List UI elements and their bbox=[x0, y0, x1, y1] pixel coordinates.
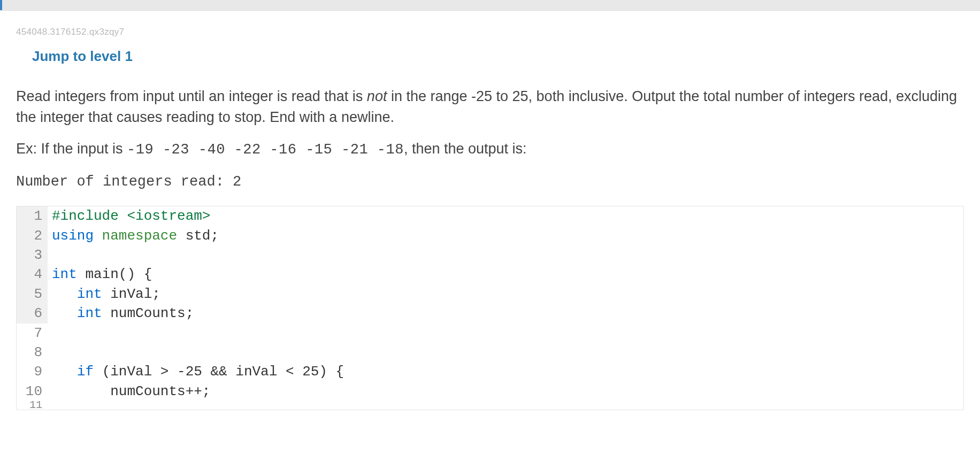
line-number: 4 bbox=[17, 265, 48, 284]
code-text[interactable]: int main() { bbox=[48, 265, 152, 284]
example-line: Ex: If the input is -19 -23 -40 -22 -16 … bbox=[16, 141, 964, 158]
code-line: 1 #include <iostream> bbox=[17, 206, 963, 226]
prompt-emphasis-not: not bbox=[367, 88, 387, 104]
top-bar bbox=[0, 0, 980, 11]
code-line: 3 bbox=[17, 245, 963, 265]
line-number: 3 bbox=[17, 245, 48, 265]
line-number: 1 bbox=[17, 206, 48, 226]
question-id: 454048.3176152.qx3zqy7 bbox=[16, 27, 964, 37]
problem-prompt: Read integers from input until an intege… bbox=[16, 86, 964, 128]
line-number: 10 bbox=[17, 382, 48, 401]
line-number: 7 bbox=[17, 324, 48, 343]
code-line: 7 bbox=[17, 324, 963, 343]
code-line: 11 bbox=[17, 401, 963, 410]
code-editor[interactable]: 1 #include <iostream> 2 using namespace … bbox=[16, 206, 964, 410]
expected-output: Number of integers read: 2 bbox=[16, 174, 964, 190]
example-suffix: , then the output is: bbox=[404, 141, 527, 157]
code-line: 9 if (inVal > -25 && inVal < 25) { bbox=[17, 362, 963, 381]
code-line: 5 int inVal; bbox=[17, 284, 963, 304]
example-input-values: -19 -23 -40 -22 -16 -15 -21 -18 bbox=[127, 142, 404, 158]
code-text[interactable]: using namespace std; bbox=[48, 226, 219, 245]
line-number: 5 bbox=[17, 284, 48, 304]
code-text[interactable]: int inVal; bbox=[48, 284, 160, 304]
example-prefix: Ex: If the input is bbox=[16, 141, 127, 157]
code-line: 10 numCounts++; bbox=[17, 382, 963, 401]
line-number: 6 bbox=[17, 304, 48, 323]
line-number: 11 bbox=[17, 401, 48, 410]
code-line: 2 using namespace std; bbox=[17, 226, 963, 245]
jump-to-level-link[interactable]: Jump to level 1 bbox=[32, 48, 964, 65]
line-number: 8 bbox=[17, 343, 48, 362]
code-text[interactable]: if (inVal > -25 && inVal < 25) { bbox=[48, 362, 344, 381]
code-text[interactable]: #include <iostream> bbox=[48, 206, 210, 226]
code-line: 8 bbox=[17, 343, 963, 362]
line-number: 2 bbox=[17, 226, 48, 245]
code-text[interactable]: int numCounts; bbox=[48, 304, 194, 323]
content-area: 454048.3176152.qx3zqy7 Jump to level 1 R… bbox=[0, 11, 980, 410]
code-line: 6 int numCounts; bbox=[17, 304, 963, 323]
line-number: 9 bbox=[17, 362, 48, 381]
code-text[interactable]: numCounts++; bbox=[48, 382, 210, 401]
code-line: 4 int main() { bbox=[17, 265, 963, 284]
prompt-text-1: Read integers from input until an intege… bbox=[16, 88, 367, 104]
